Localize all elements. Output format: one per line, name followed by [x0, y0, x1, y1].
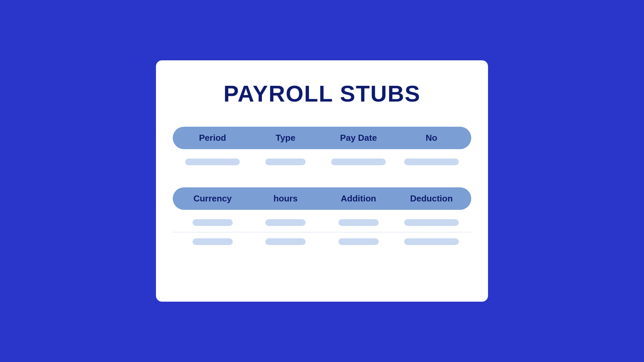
header-no: No: [395, 133, 468, 143]
first-table-section: Period Type Pay Date No: [173, 127, 471, 171]
skeleton-bar: [331, 159, 386, 165]
skeleton-bar: [193, 219, 233, 226]
skeleton-bar: [265, 238, 306, 245]
first-table-cell-1-1: [176, 159, 249, 165]
first-table-cell-1-4: [395, 159, 468, 165]
second-table-cell-1-4: [395, 219, 468, 226]
second-table-cell-2-2: [249, 238, 322, 245]
skeleton-bar: [404, 159, 459, 165]
skeleton-bar: [338, 219, 379, 226]
second-table-cell-1-2: [249, 219, 322, 226]
payroll-card: PAYROLL STUBS Period Type Pay Date No: [156, 60, 488, 302]
table-divider: [173, 232, 471, 232]
skeleton-bar: [265, 159, 306, 165]
second-table-cell-2-1: [176, 238, 249, 245]
skeleton-bar: [185, 159, 240, 165]
second-table-cell-1-3: [322, 219, 395, 226]
skeleton-bar: [338, 238, 379, 245]
skeleton-bar: [404, 219, 459, 226]
second-table-cell-2-4: [395, 238, 468, 245]
second-table-cell-2-3: [322, 238, 395, 245]
skeleton-bar: [265, 219, 306, 226]
skeleton-bar: [193, 238, 233, 245]
first-table-cell-1-3: [322, 159, 395, 165]
header-deduction: Deduction: [395, 193, 468, 204]
header-addition: Addition: [322, 193, 395, 204]
page-title: PAYROLL STUBS: [223, 80, 421, 107]
header-pay-date: Pay Date: [322, 133, 395, 143]
first-table-cell-1-2: [249, 159, 322, 165]
first-table-header: Period Type Pay Date No: [173, 127, 471, 149]
second-table-cell-1-1: [176, 219, 249, 226]
header-type: Type: [249, 133, 322, 143]
second-table-row-1: [173, 219, 471, 226]
second-table-section: Currency hours Addition Deduction: [173, 187, 471, 251]
second-table-row-2: [173, 238, 471, 245]
skeleton-bar: [404, 238, 459, 245]
second-table-header: Currency hours Addition Deduction: [173, 187, 471, 210]
header-currency: Currency: [176, 193, 249, 204]
first-table-row-1: [173, 159, 471, 165]
header-hours: hours: [249, 193, 322, 204]
header-period: Period: [176, 133, 249, 143]
